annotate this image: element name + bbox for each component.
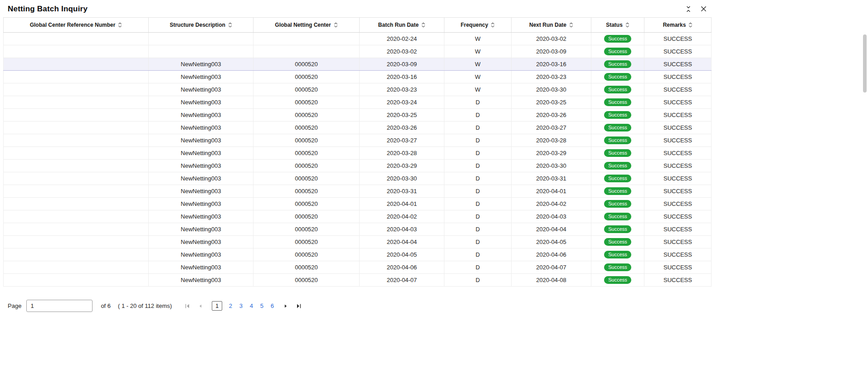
collapse-icon[interactable] — [684, 5, 692, 13]
sort-icon[interactable] — [334, 22, 338, 28]
cell: 2020-03-31 — [360, 185, 444, 198]
cell: 0000520 — [254, 248, 360, 261]
close-icon[interactable] — [699, 5, 707, 13]
table-row[interactable]: NewNetting00300005202020-03-29D2020-03-3… — [4, 160, 712, 172]
cell: 0000520 — [254, 172, 360, 185]
sort-icon[interactable] — [421, 22, 425, 28]
status-badge: Success — [604, 98, 631, 106]
table-row[interactable]: NewNetting00300005202020-03-30D2020-03-3… — [4, 172, 712, 185]
scrollbar-thumb[interactable] — [863, 34, 867, 93]
cell: D — [444, 236, 512, 248]
status-cell: Success — [591, 198, 644, 210]
cell: D — [444, 248, 512, 261]
cell: 2020-03-27 — [512, 122, 591, 134]
cell: NewNetting003 — [149, 198, 254, 210]
table-row[interactable]: NewNetting00300005202020-04-01D2020-04-0… — [4, 198, 712, 210]
cell: D — [444, 122, 512, 134]
cell: 2020-03-30 — [360, 172, 444, 185]
column-header-2[interactable]: Structure Description — [149, 18, 254, 33]
netting-batch-inquiry-window: Netting Batch Inquiry Global Cent — [0, 0, 715, 312]
sort-icon[interactable] — [688, 22, 692, 28]
cell: 2020-04-08 — [512, 274, 591, 287]
cell: 2020-03-25 — [360, 109, 444, 122]
cell — [4, 236, 149, 248]
table-row[interactable]: NewNetting00300005202020-03-23W2020-03-3… — [4, 83, 712, 96]
column-header-7[interactable]: Status — [591, 18, 644, 33]
cell — [4, 198, 149, 210]
status-cell: Success — [591, 33, 644, 45]
last-page-icon[interactable] — [295, 302, 302, 310]
table-row[interactable]: NewNetting00300005202020-03-09W2020-03-1… — [4, 58, 712, 71]
column-header-4[interactable]: Batch Run Date — [360, 18, 444, 33]
items-range-label: ( 1 - 20 of 112 items) — [118, 302, 172, 309]
table-row[interactable]: NewNetting00300005202020-04-05D2020-04-0… — [4, 248, 712, 261]
table-row[interactable]: 2020-03-02W2020-03-09SuccessSUCCESS — [4, 45, 712, 58]
column-header-label: Next Run Date — [529, 22, 566, 28]
table-row[interactable]: NewNetting00300005202020-04-03D2020-04-0… — [4, 223, 712, 236]
first-page-icon[interactable] — [184, 302, 191, 310]
table-row[interactable]: NewNetting00300005202020-03-31D2020-04-0… — [4, 185, 712, 198]
page-number-3[interactable]: 3 — [239, 302, 243, 309]
table-row[interactable]: NewNetting00300005202020-03-28D2020-03-2… — [4, 147, 712, 160]
cell: 2020-04-03 — [360, 223, 444, 236]
page-input[interactable] — [26, 300, 93, 312]
table-row[interactable]: NewNetting00300005202020-03-27D2020-03-2… — [4, 134, 712, 147]
column-header-8[interactable]: Remarks — [644, 18, 712, 33]
sort-icon[interactable] — [569, 22, 573, 28]
page-number-4[interactable]: 4 — [249, 302, 254, 309]
cell: NewNetting003 — [149, 58, 254, 71]
table-row[interactable]: NewNetting00300005202020-04-06D2020-04-0… — [4, 261, 712, 274]
cell — [4, 210, 149, 223]
cell: SUCCESS — [644, 160, 712, 172]
column-header-1[interactable]: Global Center Reference Number — [4, 18, 149, 33]
cell: 0000520 — [254, 274, 360, 287]
column-header-6[interactable]: Next Run Date — [512, 18, 591, 33]
cell: 0000520 — [254, 71, 360, 83]
column-header-5[interactable]: Frequency — [444, 18, 512, 33]
cell: 2020-04-03 — [512, 210, 591, 223]
cell — [4, 147, 149, 160]
page-number-1[interactable]: 1 — [212, 301, 222, 311]
cell: SUCCESS — [644, 198, 712, 210]
table-row[interactable]: NewNetting00300005202020-04-02D2020-04-0… — [4, 210, 712, 223]
cell — [149, 33, 254, 45]
cell: 0000520 — [254, 198, 360, 210]
page-number-2[interactable]: 2 — [228, 302, 233, 309]
page-number-5[interactable]: 5 — [259, 302, 264, 309]
table-row[interactable]: NewNetting00300005202020-04-04D2020-04-0… — [4, 236, 712, 248]
table-row[interactable]: NewNetting00300005202020-03-24D2020-03-2… — [4, 96, 712, 109]
table-row[interactable]: 2020-02-24W2020-03-02SuccessSUCCESS — [4, 33, 712, 45]
page-number-6[interactable]: 6 — [270, 302, 274, 309]
status-cell: Success — [591, 172, 644, 185]
sort-icon[interactable] — [625, 22, 629, 28]
status-cell: Success — [591, 261, 644, 274]
previous-page-icon[interactable] — [197, 302, 204, 310]
cell — [4, 223, 149, 236]
column-header-label: Frequency — [461, 22, 488, 28]
sort-icon[interactable] — [491, 22, 495, 28]
cell: D — [444, 274, 512, 287]
status-badge: Success — [604, 187, 631, 195]
status-cell: Success — [591, 147, 644, 160]
status-cell: Success — [591, 185, 644, 198]
page-numbers: 123456 — [212, 301, 274, 311]
sort-icon[interactable] — [118, 22, 122, 28]
cell: NewNetting003 — [149, 147, 254, 160]
status-badge: Success — [604, 149, 631, 157]
cell: SUCCESS — [644, 248, 712, 261]
next-page-icon[interactable] — [282, 302, 289, 310]
table-row[interactable]: NewNetting00300005202020-03-26D2020-03-2… — [4, 122, 712, 134]
table-row[interactable]: NewNetting00300005202020-03-16W2020-03-2… — [4, 71, 712, 83]
sort-icon[interactable] — [228, 22, 232, 28]
status-cell: Success — [591, 109, 644, 122]
cell: NewNetting003 — [149, 185, 254, 198]
column-header-label: Status — [606, 22, 623, 28]
status-cell: Success — [591, 45, 644, 58]
cell: 2020-03-29 — [512, 147, 591, 160]
cell: NewNetting003 — [149, 71, 254, 83]
column-header-3[interactable]: Global Netting Center — [254, 18, 360, 33]
status-cell: Success — [591, 83, 644, 96]
status-badge: Success — [604, 35, 631, 43]
table-row[interactable]: NewNetting00300005202020-03-25D2020-03-2… — [4, 109, 712, 122]
table-row[interactable]: NewNetting00300005202020-04-07D2020-04-0… — [4, 274, 712, 287]
